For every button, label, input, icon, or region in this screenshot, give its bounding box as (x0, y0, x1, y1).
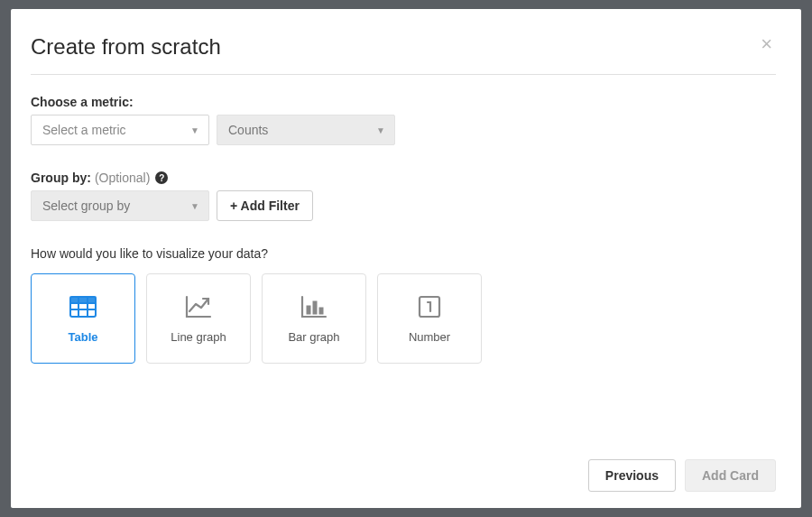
chevron-down-icon: ▼ (190, 201, 199, 211)
aggregate-select-value: Counts (228, 123, 268, 137)
svg-rect-7 (313, 301, 317, 314)
group-by-select[interactable]: Select group by ▼ (31, 190, 209, 221)
svg-rect-6 (307, 306, 310, 314)
viz-option-table[interactable]: Table (31, 273, 135, 364)
svg-rect-8 (319, 308, 323, 314)
add-filter-button[interactable]: + Add Filter (217, 190, 313, 221)
metric-row: Select a metric ▼ Counts ▼ (31, 115, 776, 145)
table-icon (69, 294, 97, 319)
modal-footer: Previous Add Card (31, 450, 776, 492)
line-graph-icon (185, 294, 212, 319)
chevron-down-icon: ▼ (190, 125, 199, 135)
help-icon[interactable]: ? (155, 171, 168, 184)
viz-option-bar[interactable]: Bar graph (262, 273, 366, 364)
viz-label-number: Number (409, 330, 450, 344)
previous-button[interactable]: Previous (588, 459, 676, 492)
viz-label-line: Line graph (171, 330, 226, 344)
modal-title: Create from scratch (31, 34, 221, 60)
close-icon: × (761, 32, 772, 55)
visualization-options: Table Line graph Bar grap (31, 273, 776, 364)
metric-label: Choose a metric: (31, 95, 776, 109)
number-icon (418, 294, 441, 319)
create-card-modal: Create from scratch × Choose a metric: S… (11, 9, 801, 508)
group-by-row: Select group by ▼ + Add Filter (31, 190, 776, 221)
chevron-down-icon: ▼ (376, 125, 385, 135)
group-by-label-text: Group by: (31, 171, 91, 185)
viz-label-table: Table (69, 330, 98, 344)
close-button[interactable]: × (757, 34, 776, 54)
metric-select-placeholder: Select a metric (42, 123, 126, 137)
modal-header: Create from scratch × (31, 34, 776, 75)
group-by-label: Group by: (Optional) ? (31, 171, 776, 185)
add-card-button[interactable]: Add Card (685, 459, 776, 492)
viz-option-line[interactable]: Line graph (146, 273, 251, 364)
visualize-label: How would you like to visualize your dat… (31, 246, 776, 261)
viz-option-number[interactable]: Number (377, 273, 482, 364)
viz-label-bar: Bar graph (288, 330, 339, 344)
metric-select[interactable]: Select a metric ▼ (31, 115, 209, 145)
group-by-optional: (Optional) (95, 171, 150, 185)
bar-graph-icon (300, 294, 328, 319)
group-by-placeholder: Select group by (42, 198, 130, 213)
svg-rect-5 (70, 297, 96, 303)
aggregate-select[interactable]: Counts ▼ (217, 115, 395, 145)
